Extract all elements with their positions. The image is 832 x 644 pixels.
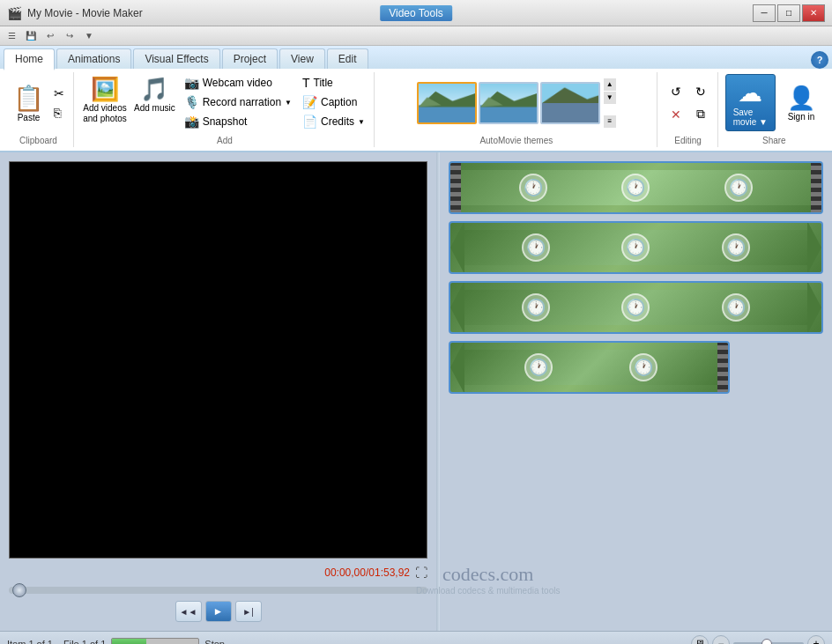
quick-access-toolbar: ☰ 💾 ↩ ↪ ▼ <box>0 26 832 46</box>
clock-icon-3-3: 🕐 <box>722 293 750 322</box>
quick-undo-button[interactable]: ↩ <box>42 28 58 44</box>
prev-frame-button[interactable]: ◄◄ <box>175 601 202 622</box>
ribbon: Home Animations Visual Effects Project V… <box>0 46 832 152</box>
preview-screen <box>9 161 427 559</box>
theme-1[interactable] <box>417 82 477 124</box>
film-edge-right-1 <box>811 161 821 214</box>
credits-label: Credits <box>321 115 354 128</box>
add-videos-button[interactable]: 🖼️ Add videos and photos <box>81 74 129 126</box>
add-label: Add <box>76 136 374 145</box>
record-narration-label: Record narration <box>203 96 281 108</box>
watermark: codecs.com Download codecs & multimedia … <box>440 563 560 596</box>
tab-edit[interactable]: Edit <box>327 48 368 69</box>
credits-button[interactable]: 📄 Credits ▼ <box>299 113 368 130</box>
snapshot-button[interactable]: 📸 Snapshot <box>181 113 295 130</box>
tab-view[interactable]: View <box>279 48 325 69</box>
progress-fill <box>112 639 146 645</box>
play-button[interactable]: ► <box>205 601 232 622</box>
rotate-right-button[interactable]: ↻ <box>689 81 712 102</box>
help-button[interactable]: ? <box>811 51 828 69</box>
save-movie-label: Savemovie ▼ <box>733 107 768 127</box>
maximize-button[interactable]: □ <box>777 4 800 22</box>
tab-home[interactable]: Home <box>4 48 55 70</box>
player-controls: ◄◄ ► ►| <box>9 601 427 622</box>
seek-bar[interactable] <box>9 587 427 594</box>
main-area: 00:00,00/01:53,92 ⛶ ◄◄ ► ►| 🕐 🕐 🕐 <box>0 152 832 631</box>
clock-icon-1-3: 🕐 <box>724 174 753 202</box>
webcam-label: Webcam video <box>203 77 272 89</box>
rotate-left-button[interactable]: ↺ <box>665 81 687 102</box>
clipboard-group: 📋 Paste ✂ ⎘ Clipboard <box>4 72 74 147</box>
film-strip-3[interactable]: 🕐 🕐 🕐 <box>449 281 823 334</box>
film-strip-content-4: 🕐 🕐 <box>464 350 717 385</box>
quick-save-button[interactable]: 💾 <box>23 28 39 44</box>
tab-project[interactable]: Project <box>222 48 278 69</box>
theme-scroll-up[interactable]: ▲ <box>604 78 616 91</box>
zoom-thumb[interactable] <box>761 639 772 645</box>
film-strip-content-1: 🕐 🕐 🕐 <box>461 170 811 205</box>
title-label: Title <box>314 77 333 89</box>
theme-scroll-down[interactable]: ▼ <box>604 92 616 104</box>
paste-label: Paste <box>18 113 41 122</box>
add-music-button[interactable]: 🎵 Add music <box>132 74 177 115</box>
zoom-area: 🖥 − + <box>691 635 825 645</box>
arrow-left-2 <box>450 221 464 274</box>
zoom-out-button[interactable]: − <box>712 635 730 645</box>
quick-dropdown[interactable]: ▼ <box>81 28 97 44</box>
clock-icon-1-1: 🕐 <box>519 174 547 202</box>
quick-access-menu[interactable]: ☰ <box>4 28 19 44</box>
clock-icon-2-2: 🕐 <box>621 233 650 262</box>
arrow-left-4 <box>450 341 464 394</box>
save-movie-button[interactable]: ☁ Savemovie ▼ <box>725 74 776 131</box>
minimize-button[interactable]: ─ <box>753 4 776 22</box>
automovie-label: AutoMovie themes <box>376 136 657 145</box>
film-strip-content-3: 🕐 🕐 🕐 <box>464 290 807 325</box>
fullscreen-button[interactable]: ⛶ <box>415 566 427 580</box>
paste-icon: 📋 <box>13 84 44 113</box>
add-music-icon: 🎵 <box>140 76 168 103</box>
monitor-button[interactable]: 🖥 <box>691 635 709 645</box>
theme-3[interactable] <box>540 82 600 124</box>
caption-button[interactable]: 📝 Caption <box>299 93 368 111</box>
record-narration-button[interactable]: 🎙️ Record narration ▼ <box>181 93 295 111</box>
add-music-label: Add music <box>134 103 175 114</box>
theme-2[interactable] <box>479 82 539 124</box>
remove-button[interactable]: ✕ <box>665 104 687 125</box>
webcam-video-button[interactable]: 📷 Webcam video <box>181 74 295 92</box>
credits-icon: 📄 <box>302 115 317 129</box>
cut-button[interactable]: ✂ <box>50 85 68 102</box>
tab-visual-effects[interactable]: Visual Effects <box>133 48 219 69</box>
quick-redo-button[interactable]: ↪ <box>62 28 78 44</box>
zoom-in-button[interactable]: + <box>807 635 825 645</box>
title-button[interactable]: T Title <box>299 74 368 92</box>
add-group: 🖼️ Add videos and photos 🎵 Add music 📷 W… <box>76 72 375 147</box>
clock-icon-3-1: 🕐 <box>522 293 550 322</box>
editing-group: ↺ ↻ ✕ ⧉ Editing <box>659 72 718 147</box>
film-strip-2[interactable]: 🕐 🕐 🕐 <box>449 221 823 274</box>
share-label: Share <box>720 136 828 145</box>
next-frame-button[interactable]: ►| <box>235 601 262 622</box>
clock-icon-2-3: 🕐 <box>722 233 750 262</box>
film-edge-right-4 <box>717 341 728 394</box>
title-bar: 🎬 My Movie - Movie Maker Video Tools ─ □… <box>0 0 832 26</box>
theme-more[interactable]: ≡ <box>604 115 616 128</box>
stop-button[interactable]: Stop <box>204 639 225 645</box>
file-progress: File 1 of 1 Stop <box>63 638 225 645</box>
paste-button[interactable]: 📋 Paste <box>9 79 48 127</box>
video-tools-badge: Video Tools <box>380 5 452 21</box>
timeline-panel: 🕐 🕐 🕐 🕐 🕐 🕐 🕐 🕐 🕐 <box>440 152 832 631</box>
add-videos-label: Add videos and photos <box>83 103 127 124</box>
close-button[interactable]: ✕ <box>802 4 825 22</box>
film-strip-4[interactable]: 🕐 🕐 <box>449 341 730 394</box>
seek-thumb[interactable] <box>12 583 26 597</box>
caption-label: Caption <box>321 96 357 108</box>
split-button[interactable]: ⧉ <box>689 104 712 125</box>
sign-in-button[interactable]: 👤 Sign in <box>779 80 823 126</box>
item-count: Item 1 of 1 <box>7 639 53 645</box>
copy-button[interactable]: ⎘ <box>50 104 68 122</box>
clock-icon-4-1: 🕐 <box>524 353 553 381</box>
add-videos-icon: 🖼️ <box>91 76 119 103</box>
clock-icon-4-2: 🕐 <box>629 353 657 381</box>
tab-animations[interactable]: Animations <box>56 48 131 69</box>
film-strip-1[interactable]: 🕐 🕐 🕐 <box>449 161 823 214</box>
